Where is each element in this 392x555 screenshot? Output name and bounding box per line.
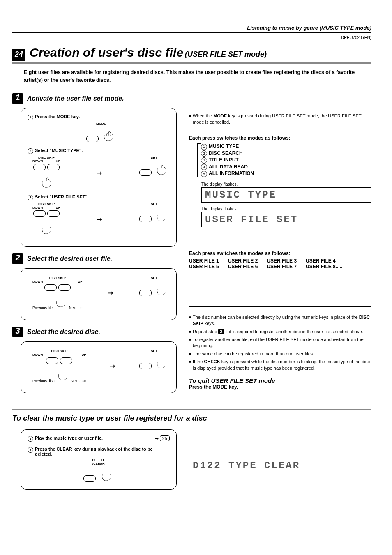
title-rule xyxy=(12,62,371,64)
display-caption-2: The display flashes. xyxy=(201,207,371,211)
substep-1-text: Press the MODE key. xyxy=(35,114,80,119)
page-number-badge: 24 xyxy=(12,49,25,61)
arrow-icon: ➞ xyxy=(94,168,105,177)
mode-list: 1MUSIC TYPE 2DISC SEARCH 3TITLE INPUT 4A… xyxy=(197,143,371,177)
clear-substep-1-icon: 1 xyxy=(28,436,33,442)
display-music-type: MUSIC TYPE xyxy=(201,187,371,203)
next-file-label: Next file xyxy=(69,306,83,310)
user-file-grid: USER FILE 1 USER FILE 2 USER FILE 3 USER… xyxy=(189,258,371,269)
circle-5-icon: 5 xyxy=(201,171,207,177)
next-disc-label: Next disc xyxy=(71,379,86,383)
s3-note-2: Repeat step 3 if it is required to regis… xyxy=(189,329,371,335)
manual-page: Listening to music by genre (MUSIC TYPE … xyxy=(0,0,392,513)
set-key-2: SET xyxy=(138,202,170,224)
switch-header: Each press switches the modes as follows… xyxy=(189,135,371,141)
quit-title: To quit USER FILE SET mode xyxy=(189,377,371,384)
mode-cancel-note: When the MODE key is pressed during USER… xyxy=(189,113,371,126)
mode-key-diagram: MODE xyxy=(85,122,117,144)
step-2-panel: DISC SKIP DOWN UP Previous file Next fil… xyxy=(21,268,177,320)
step-2-title: Select the desired user file. xyxy=(27,255,112,263)
step-2-header: 2 Select the desired user file. xyxy=(12,253,177,264)
substep-1-icon: 1 xyxy=(28,115,33,120)
down-label: DOWN xyxy=(32,159,43,163)
arrow-icon: ➞ xyxy=(107,362,118,371)
step-1-title: Activate the user file set mode. xyxy=(27,95,124,102)
header-rule xyxy=(12,32,371,33)
step-number-3: 3 xyxy=(12,327,23,337)
disc-skip-keys: DISC SKIP DOWN UP xyxy=(32,156,60,190)
arrow-icon: ➞ xyxy=(105,288,116,297)
clear-substep-2-text: Press the CLEAR key during playback of t… xyxy=(35,447,170,456)
intro-text: Eight user files are available for regis… xyxy=(24,69,371,84)
mode-label: MODE xyxy=(85,122,117,126)
circle-2-icon: 2 xyxy=(201,150,207,157)
step-3-panel: DISC SKIP DOWN UP Previous disc Next dis… xyxy=(21,341,177,393)
step-1-header: 1 Activate the user file set mode. xyxy=(12,93,177,104)
delete-clear-label: DELETE /CLEAR xyxy=(28,458,170,465)
circle-1-icon: 1 xyxy=(201,144,207,150)
bullet-icon xyxy=(189,115,191,117)
hand-icon xyxy=(100,127,117,144)
disc-skip-keys-4: DISC SKIP DOWN UP Previous disc Next dis… xyxy=(32,349,86,383)
breadcrumb: Listening to music by genre (MUSIC TYPE … xyxy=(12,25,371,31)
circle-4-icon: 4 xyxy=(201,164,207,170)
model-code: DPF-J7020 (EN) xyxy=(12,35,371,40)
prev-file-label: Previous file xyxy=(32,306,53,310)
clear-substep-1-text: Play the music type or user file. xyxy=(35,435,103,440)
step-3-title: Select the desired disc. xyxy=(27,328,100,336)
clear-button-icon xyxy=(83,475,96,482)
s3-note-3: To register another user file, exit the … xyxy=(189,336,371,349)
hand-icon xyxy=(153,354,170,371)
s3-note-5: If the CHECK key is pressed while the di… xyxy=(189,359,371,371)
display-clear: D122 TYPE CLEAR xyxy=(189,458,371,473)
s3-note-4: The same disc can be registered in more … xyxy=(189,351,371,357)
hand-icon xyxy=(153,281,170,298)
prev-disc-label: Previous disc xyxy=(32,379,55,383)
set-key-3: SET xyxy=(138,276,170,298)
circle-3-icon: 3 xyxy=(201,157,207,164)
up-label: UP xyxy=(56,159,60,163)
step-number-1: 1 xyxy=(12,93,23,104)
down-button-icon xyxy=(33,164,46,170)
step-number-2: 2 xyxy=(12,253,23,264)
clear-substep-2-icon: 2 xyxy=(28,447,33,453)
hand-icon xyxy=(153,207,170,224)
hand-icon xyxy=(53,292,69,310)
hand-icon xyxy=(55,366,71,383)
section-divider xyxy=(12,409,371,410)
section-rule xyxy=(189,235,371,235)
section-rule xyxy=(189,306,371,307)
step-3-header: 3 Select the desired disc. xyxy=(12,327,177,337)
disc-skip-label: DISC SKIP xyxy=(32,156,60,159)
page-subtitle: (USER FILE SET mode) xyxy=(185,50,267,59)
disc-skip-keys-3: DISC SKIP DOWN UP Previous file Next fil… xyxy=(32,276,83,310)
display-caption-1: The display flashes. xyxy=(201,182,371,187)
arrow-icon: ➞ xyxy=(94,215,105,224)
hand-icon xyxy=(153,160,170,177)
step-1-panel: 1Press the MODE key. MODE 2Select "MUSIC… xyxy=(21,108,177,247)
quit-subtitle: Press the MODE key. xyxy=(189,384,371,390)
arrow-icon: ➞ xyxy=(155,436,159,441)
hand-icon xyxy=(38,173,55,190)
mode-button-icon xyxy=(86,136,99,142)
substep-2-text: Select "MUSIC TYPE". xyxy=(35,148,83,153)
hand-icon xyxy=(38,219,55,237)
title-row: 24 Creation of user's disc file (USER FI… xyxy=(12,46,371,61)
hand-icon xyxy=(98,466,115,484)
set-key-4: SET xyxy=(138,349,170,371)
up-button-icon xyxy=(47,164,60,170)
clear-panel: 1 Play the music type or user file. ➞ 25… xyxy=(21,429,177,490)
display-user-file-set: USER FILE SET xyxy=(201,212,371,227)
substep-3-text: Select "USER FILE SET". xyxy=(35,194,89,199)
disc-skip-keys-2: DISC SKIP DOWN UP xyxy=(32,202,60,237)
page-ref-25: 25 xyxy=(160,435,170,441)
s3-note-1: The disc number can be selected directly… xyxy=(189,314,371,327)
set-button-icon xyxy=(139,169,152,176)
substep-2-icon: 2 xyxy=(28,148,33,154)
substep-3-icon: 3 xyxy=(28,195,33,200)
clear-section-title: To clear the music type or user file reg… xyxy=(12,414,371,423)
page-title: Creation of user's disc file xyxy=(30,46,183,60)
switch-header-2: Each press switches the modes as follows… xyxy=(189,251,371,256)
set-key: SET xyxy=(138,156,170,177)
set-label: SET xyxy=(138,156,170,159)
